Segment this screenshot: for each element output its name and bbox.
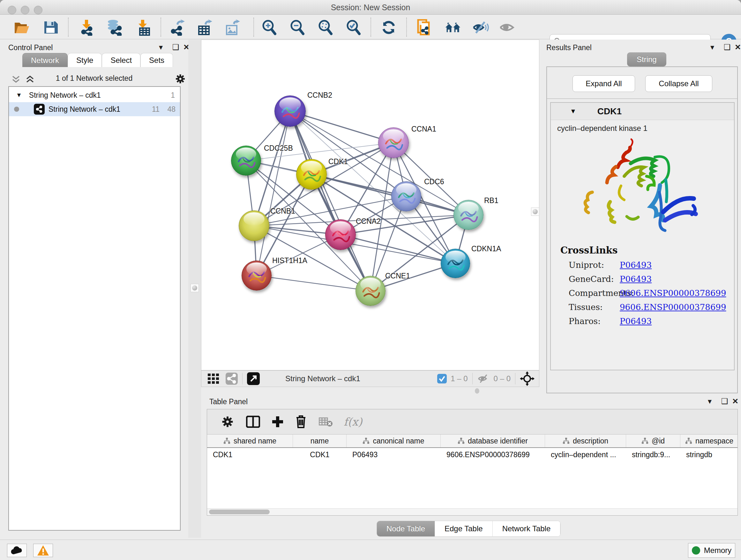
network-collection-row[interactable]: ▼ String Network – cdk1 1 bbox=[9, 88, 180, 102]
crosslink-link[interactable]: P06493 bbox=[620, 316, 652, 326]
birdseye-icon[interactable] bbox=[520, 371, 535, 386]
zoom-fit-icon[interactable] bbox=[317, 19, 334, 36]
warnings-button[interactable] bbox=[33, 544, 53, 557]
hide-eye-icon[interactable] bbox=[472, 19, 489, 36]
expand-all-button[interactable]: Expand All bbox=[572, 75, 635, 92]
crosslink-link[interactable]: P06493 bbox=[620, 260, 652, 270]
grid-view-icon[interactable] bbox=[208, 374, 220, 384]
panel-menu-icon[interactable]: ▾ bbox=[711, 43, 714, 52]
scroll-thumb[interactable] bbox=[209, 509, 270, 514]
collapse-gene-icon[interactable]: ▼ bbox=[570, 108, 576, 115]
node-label: CDKN1A bbox=[471, 245, 501, 253]
panel-float-icon[interactable]: ❑ bbox=[721, 397, 728, 406]
column-header-name[interactable]: name bbox=[293, 435, 347, 447]
crosslink-link[interactable]: P06493 bbox=[620, 274, 652, 284]
add-column-icon[interactable] bbox=[272, 416, 284, 428]
table-hscrollbar[interactable] bbox=[207, 508, 738, 515]
export-image-icon[interactable] bbox=[224, 19, 241, 36]
open-folder-icon[interactable] bbox=[13, 19, 30, 36]
string-view-icon[interactable] bbox=[226, 373, 238, 385]
selected-checkbox-icon[interactable] bbox=[437, 374, 447, 383]
splitter-handle[interactable] bbox=[191, 284, 199, 292]
tab-node-table[interactable]: Node Table bbox=[377, 521, 435, 537]
tab-style[interactable]: Style bbox=[68, 53, 102, 67]
network-edge[interactable] bbox=[257, 275, 370, 291]
network-node-cdkn1a[interactable] bbox=[441, 249, 470, 278]
network-node-cdc6[interactable] bbox=[391, 181, 421, 211]
refresh-icon[interactable] bbox=[381, 19, 397, 36]
collapse-all-button[interactable]: Collapse All bbox=[645, 75, 712, 92]
panel-close-icon[interactable]: ✕ bbox=[732, 397, 738, 406]
gear-icon[interactable] bbox=[175, 73, 186, 84]
crosslink-link[interactable]: 9606.ENSP00000378699 bbox=[620, 302, 726, 312]
show-columns-icon[interactable] bbox=[246, 416, 260, 428]
node-table[interactable]: shared namenamecanonical namedatabase id… bbox=[207, 434, 738, 508]
tree-expand-icon[interactable]: ▼ bbox=[16, 91, 22, 99]
left-splitter[interactable] bbox=[188, 40, 201, 538]
tab-network-table[interactable]: Network Table bbox=[493, 521, 561, 537]
network-node-ccna2[interactable] bbox=[325, 219, 356, 250]
delete-table-icon bbox=[319, 417, 333, 427]
network-node-cdk1[interactable] bbox=[296, 159, 327, 190]
show-eye-icon[interactable] bbox=[498, 19, 515, 36]
import-database-icon[interactable] bbox=[106, 19, 123, 36]
panel-close-icon[interactable]: ✕ bbox=[735, 43, 741, 52]
open-in-window-icon[interactable] bbox=[247, 372, 260, 385]
table-row[interactable]: CDK1CDK1P064939606.ENSP00000378699cyclin… bbox=[207, 448, 738, 461]
column-header--id[interactable]: @id bbox=[626, 435, 680, 447]
network-list: ▼ String Network – cdk1 1 String Network… bbox=[8, 86, 181, 531]
table-toolbar: f(x) bbox=[207, 409, 738, 434]
tab-edge-table[interactable]: Edge Table bbox=[435, 521, 493, 537]
column-header-namespace[interactable]: namespace bbox=[680, 435, 738, 447]
column-header-canonical-name[interactable]: canonical name bbox=[347, 435, 441, 447]
crosslink-label: Compartments: bbox=[560, 288, 620, 298]
cloud-button[interactable] bbox=[7, 544, 27, 557]
table-header-row: shared namenamecanonical namedatabase id… bbox=[207, 435, 738, 448]
tab-string[interactable]: String bbox=[627, 52, 666, 66]
tab-select[interactable]: Select bbox=[102, 53, 140, 67]
zoom-out-icon[interactable] bbox=[289, 19, 306, 36]
table-settings-gear-icon[interactable] bbox=[221, 415, 234, 428]
network-node-hist1h1a[interactable] bbox=[242, 260, 272, 291]
network-canvas[interactable]: CCNB2 CCNA1 CDC25B CDK1 CDC6 bbox=[201, 40, 539, 370]
network-row-selected[interactable]: String Network – cdk1 11 48 bbox=[9, 102, 180, 116]
duplicate-network-icon[interactable] bbox=[416, 19, 433, 36]
column-header-description[interactable]: description bbox=[545, 435, 626, 447]
memory-button[interactable]: Memory bbox=[688, 543, 735, 558]
network-node-ccnb1[interactable] bbox=[239, 210, 269, 241]
export-table-icon[interactable] bbox=[196, 19, 213, 36]
tab-sets[interactable]: Sets bbox=[140, 53, 173, 67]
import-network-icon[interactable] bbox=[78, 19, 94, 36]
node-label: CCNB1 bbox=[270, 207, 295, 215]
home-icon[interactable] bbox=[445, 19, 461, 36]
panel-float-icon[interactable]: ❑ bbox=[172, 43, 179, 52]
network-edge[interactable] bbox=[257, 111, 290, 275]
column-header-shared-name[interactable]: shared name bbox=[207, 435, 293, 447]
column-header-database-identifier[interactable]: database identifier bbox=[441, 435, 545, 447]
control-panel-tabs: NetworkStyleSelectSets bbox=[22, 53, 173, 67]
export-network-icon[interactable] bbox=[169, 19, 185, 36]
network-node-rb1[interactable] bbox=[454, 200, 483, 230]
tab-network[interactable]: Network bbox=[22, 53, 68, 67]
node-label: HIST1H1A bbox=[272, 256, 307, 265]
crosslink-link[interactable]: 9606.ENSP00000378699 bbox=[620, 288, 726, 298]
network-node-ccne1[interactable] bbox=[355, 276, 386, 306]
network-edge[interactable] bbox=[312, 174, 468, 215]
zoom-in-icon[interactable] bbox=[261, 19, 278, 36]
network-node-ccna1[interactable] bbox=[378, 127, 409, 158]
panel-menu-icon[interactable]: ▾ bbox=[159, 43, 163, 52]
import-table-icon[interactable] bbox=[135, 19, 151, 36]
panel-menu-icon[interactable]: ▾ bbox=[708, 397, 712, 406]
crosslink-row: Pharos:P06493 bbox=[560, 316, 726, 326]
right-splitter-handle[interactable] bbox=[531, 207, 539, 216]
delete-column-icon[interactable] bbox=[295, 415, 307, 428]
zoom-selected-icon[interactable] bbox=[345, 19, 362, 36]
splitter-grip[interactable] bbox=[475, 388, 479, 394]
network-node-cdc25b[interactable] bbox=[231, 145, 261, 176]
save-session-icon[interactable] bbox=[42, 19, 59, 36]
gene-description: cyclin–dependent kinase 1 bbox=[557, 124, 648, 133]
network-node-ccnb2[interactable] bbox=[274, 96, 306, 127]
crosslink-row: Uniprot:P06493 bbox=[560, 260, 726, 270]
current-network-dot bbox=[14, 107, 19, 112]
panel-float-icon[interactable]: ❑ bbox=[724, 43, 731, 52]
